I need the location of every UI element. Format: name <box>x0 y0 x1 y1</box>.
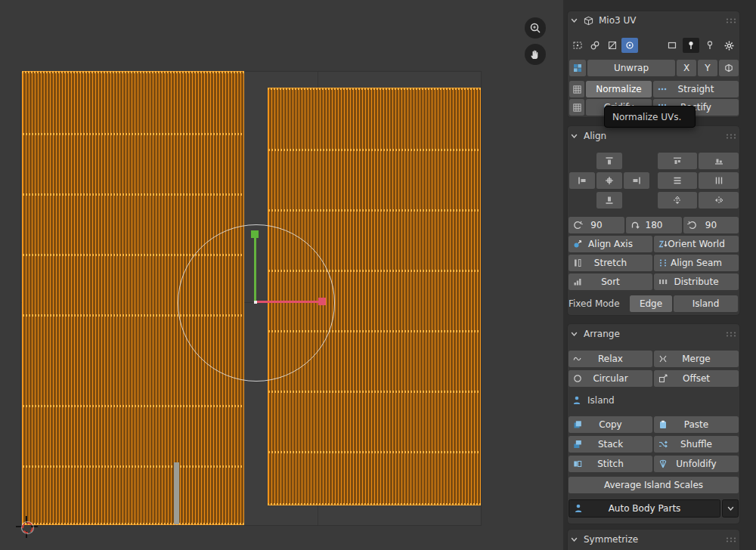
panel-title: Arrange <box>584 329 620 339</box>
unwrap-y-button[interactable]: Y <box>698 60 717 76</box>
align-bottom-button[interactable] <box>596 192 622 209</box>
orient-world-button[interactable]: Orient World <box>654 236 739 252</box>
panel-header-arrange[interactable]: Arrange <box>570 326 736 341</box>
uv-vertex-row <box>23 405 243 407</box>
grid-option-button[interactable] <box>569 81 584 97</box>
align-center-button[interactable] <box>596 172 622 189</box>
paste-label: Paste <box>684 419 708 430</box>
frame-icon <box>667 40 677 51</box>
auto-body-parts-dropdown[interactable]: Auto Body Parts <box>569 499 720 518</box>
grip-dots-icon[interactable] <box>726 536 736 543</box>
chevron-down-icon <box>727 505 735 513</box>
unpin-toggle[interactable] <box>702 38 718 53</box>
distribute-button[interactable]: Distribute <box>654 273 739 290</box>
rows-icon <box>672 175 683 186</box>
gizmo-y-axis <box>254 236 256 302</box>
uvmap-icon-button[interactable] <box>569 60 586 76</box>
group-align-bottom-button[interactable] <box>699 153 739 169</box>
grip-dots-icon[interactable] <box>726 331 736 338</box>
sort-bars-icon <box>572 277 583 287</box>
stitch-button[interactable]: Stitch <box>569 456 652 472</box>
stack-label: Stack <box>598 439 623 450</box>
rotate-ccw-90-field[interactable]: 90 <box>569 217 624 233</box>
pan-button[interactable] <box>525 44 546 65</box>
align-left-button[interactable] <box>569 172 595 189</box>
relax-button[interactable]: Relax <box>569 351 652 367</box>
blender-uv-editor: Mio3 UV Unwrap X Y Normalize Straight Gr… <box>0 0 756 550</box>
chevron-down-icon <box>570 330 578 338</box>
fixed-mode-island-button[interactable]: Island <box>674 295 738 312</box>
gizmo-x-handle[interactable] <box>318 298 326 305</box>
gizmo-y-handle[interactable] <box>251 230 259 238</box>
average-island-scales-button[interactable]: Average Island Scales <box>569 477 739 493</box>
grid-icon <box>572 103 582 113</box>
pin-toggle[interactable] <box>683 38 699 53</box>
paste-button[interactable]: Paste <box>654 416 739 433</box>
rotate-cw-90-field[interactable]: 90 <box>683 217 739 233</box>
align-left-icon <box>577 175 587 186</box>
shuffle-button[interactable]: Shuffle <box>654 436 739 453</box>
zoom-button[interactable] <box>525 17 546 39</box>
distribute-rows-button[interactable] <box>658 172 697 189</box>
unwrap-button[interactable]: Unwrap <box>587 60 675 76</box>
settings-button[interactable] <box>720 38 737 53</box>
panel-header-mio3uv[interactable]: Mio3 UV <box>570 13 736 28</box>
grid-option-button-2[interactable] <box>569 99 584 116</box>
snap-toggle[interactable] <box>621 38 638 53</box>
rotate-ccw-icon <box>572 220 583 230</box>
butterfly-unwrap-icon <box>723 63 734 73</box>
flip-horizontal-button[interactable] <box>699 192 739 209</box>
frame-toggle[interactable] <box>664 38 680 53</box>
stitch-icon <box>572 459 583 469</box>
link-toggle[interactable] <box>587 38 603 53</box>
sort-button[interactable]: Sort <box>569 273 652 290</box>
uv-2d-cursor[interactable] <box>22 522 33 533</box>
rotate-180-icon <box>630 220 640 230</box>
group-align-top-button[interactable] <box>658 153 697 169</box>
rotate-180-field[interactable]: 180 <box>626 217 682 233</box>
circular-label: Circular <box>593 373 627 384</box>
cube-icon <box>584 16 593 26</box>
marquee-select-toggle[interactable] <box>569 38 586 53</box>
align-axis-label: Align Axis <box>588 239 633 249</box>
align-top-button[interactable] <box>596 153 622 169</box>
rotate-180-value: 180 <box>646 220 663 230</box>
panel-header-symmetrize[interactable]: Symmetrize <box>570 532 736 547</box>
align-seam-button[interactable]: Align Seam <box>654 255 739 271</box>
flip-vertical-button[interactable] <box>658 192 697 209</box>
fixed-mode-edge-button[interactable]: Edge <box>630 295 672 312</box>
straight-button[interactable]: Straight <box>653 81 739 97</box>
circular-button[interactable]: Circular <box>569 370 652 387</box>
uv-vertex-row <box>23 133 243 135</box>
panel-header-align[interactable]: Align <box>570 128 736 144</box>
offset-label: Offset <box>683 373 710 384</box>
group-bottom-icon <box>714 156 724 166</box>
unwrap-x-button[interactable]: X <box>677 60 696 76</box>
unfoldify-button[interactable]: Unfoldify <box>654 456 739 472</box>
auto-body-parts-expand-button[interactable] <box>722 499 739 518</box>
grip-dots-icon[interactable] <box>726 133 736 140</box>
unselected-uv-strip[interactable] <box>174 462 179 524</box>
orient-world-label: Orient World <box>668 239 725 249</box>
merge-button[interactable]: Merge <box>654 351 739 367</box>
magnifier-plus-icon <box>529 22 541 34</box>
panel-title: Align <box>584 131 606 141</box>
live-unwrap-button[interactable] <box>719 60 739 76</box>
copy-button[interactable]: Copy <box>569 416 652 433</box>
normalize-button[interactable]: Normalize <box>586 81 652 97</box>
align-axis-button[interactable]: Align Axis <box>569 236 652 252</box>
gizmo-x-axis <box>257 301 321 303</box>
stack-button[interactable]: Stack <box>569 436 652 453</box>
person-icon <box>573 503 584 514</box>
fixed-mode-label: Fixed Mode <box>569 298 620 309</box>
align-right-button[interactable] <box>624 172 649 189</box>
stretch-button[interactable]: Stretch <box>569 255 652 271</box>
distribute-columns-button[interactable] <box>699 172 739 189</box>
link-icon <box>590 40 600 51</box>
gizmo-center[interactable] <box>254 301 257 304</box>
chevron-down-icon <box>570 132 578 141</box>
island-label: Island <box>692 298 720 309</box>
grip-dots-icon[interactable] <box>726 17 736 24</box>
offset-button[interactable]: Offset <box>654 370 739 387</box>
box-select-toggle[interactable] <box>604 38 621 53</box>
